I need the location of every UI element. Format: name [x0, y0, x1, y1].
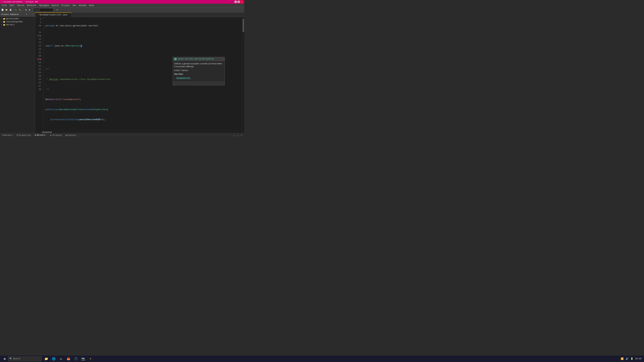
code-line-17: private static final long serialVersionU…	[45, 118, 242, 121]
tree-label: reallybigindex	[6, 21, 23, 23]
sidebar-header: Project Explorer ▼ ⋮ ×	[0, 12, 35, 16]
tab-close-button[interactable]: ×	[68, 14, 69, 16]
scrollbar-thumb[interactable]	[243, 19, 244, 32]
javadoc-popup: C javax.servlet.ServletException Defines…	[173, 57, 225, 85]
minimize-panel-button[interactable]: —	[233, 134, 236, 137]
run-button[interactable]: ▶	[14, 8, 18, 12]
menu-search[interactable]: Search	[50, 4, 60, 7]
servers-icon: ⚙	[35, 134, 36, 136]
tab-terminal[interactable]: ▶ Terminal	[49, 133, 64, 137]
editor-area: J NovaEmpresaServlet.java × 1 2 3● 11 12…	[35, 12, 244, 133]
menu-window[interactable]: Window	[78, 4, 88, 7]
tree-item-gerenciador[interactable]: ▸ 📁 gerenciador	[0, 17, 35, 20]
menu-file[interactable]: File	[1, 4, 8, 7]
tree-arrow: ▸	[1, 24, 2, 26]
new-button[interactable]: 📄	[1, 8, 4, 12]
line-num-28: 28	[35, 88, 42, 91]
sidebar-title: Project Explorer	[1, 13, 19, 15]
servers-label: Servers	[36, 134, 45, 136]
line-numbers: 1 2 3● 11 12● 13 14 15 16 17 18 19◀ 20 2…	[35, 17, 44, 131]
close-button[interactable]: ×	[240, 1, 243, 3]
line-num-15: 15	[35, 44, 42, 48]
toolbar-sep-3	[32, 8, 32, 11]
restore-button[interactable]: □	[238, 1, 240, 3]
properties-icon: ☰	[16, 134, 18, 137]
tree-label: gerenciador	[6, 17, 19, 20]
title-bar-text: eclipse-workspace - Eclipse IDE	[4, 1, 38, 3]
markers-icon: ⚑	[2, 134, 4, 137]
sidebar-header-buttons: ▼ ⋮ ×	[25, 13, 34, 16]
save-button[interactable]: 💾	[9, 8, 12, 12]
tab-markers[interactable]: ⚑ Markers	[1, 133, 14, 137]
popup-author-name: Various	[181, 69, 188, 71]
tab-bar: J NovaEmpresaServlet.java ×	[35, 12, 244, 17]
sidebar-close-button[interactable]: ×	[31, 13, 34, 16]
line-num-12: 12●	[35, 34, 42, 37]
popup-description: Defines a general exception a servlet ca…	[174, 62, 223, 68]
popup-title: javax.servlet.ServletException	[178, 58, 214, 60]
tree-item-servers[interactable]: ▸ 📁 Servers	[0, 23, 35, 26]
code-line-2	[45, 34, 242, 37]
menu-refactor[interactable]: Refactor	[26, 4, 38, 7]
bottom-panel-controls: — □ ×	[233, 134, 244, 137]
menu-source[interactable]: Source	[16, 4, 26, 7]
tree-item-reallybigindex[interactable]: ▸ 📁 reallybigindex	[0, 20, 35, 23]
forward-button[interactable]: ▶	[28, 8, 32, 12]
code-line-14: */	[45, 88, 242, 91]
vertical-scrollbar[interactable]	[242, 17, 244, 131]
search-input[interactable]	[33, 8, 54, 11]
menu-help[interactable]: Help	[88, 4, 95, 7]
tab-properties[interactable]: ☰ Properties	[15, 133, 33, 137]
menu-navigate[interactable]: Navigate	[38, 4, 50, 7]
line-num-23: 23	[35, 71, 42, 74]
toolbar-sep-2	[23, 8, 23, 11]
popup-link-line: Serialized Form	[174, 77, 223, 79]
close-panel-button[interactable]: ×	[240, 134, 243, 137]
popup-author-line: Author: Various	[174, 69, 223, 72]
back-button[interactable]: ◀	[24, 8, 28, 12]
code-line-15: @WebServlet("/novaEmpresa")	[45, 98, 242, 101]
tree-arrow: ▸	[1, 18, 2, 20]
line-num-24: 24	[35, 74, 42, 78]
horizontal-scrollbar[interactable]	[35, 131, 244, 133]
menu-edit[interactable]: Edit	[8, 4, 16, 7]
tab-filename: NovaEmpresaServlet.java	[40, 14, 68, 16]
line-num-13: 13	[35, 37, 42, 41]
title-bar-left: ☀ eclipse-workspace - Eclipse IDE	[1, 0, 38, 3]
line-num-2: 2	[35, 21, 42, 24]
line-num-20: 20	[35, 61, 42, 64]
popup-see-also-line: See Also:	[174, 73, 223, 76]
open-button[interactable]: 📂	[5, 8, 8, 12]
popup-footer	[173, 82, 224, 85]
line-num-26: 26	[35, 81, 42, 84]
tab-servers[interactable]: ⚙ Servers ×	[33, 133, 48, 137]
toolbar-sep-4	[54, 8, 54, 11]
menu-project[interactable]: Project	[60, 4, 71, 7]
line-num-14: 14	[35, 41, 42, 44]
console-icon: ▤	[66, 134, 67, 137]
line-num-22: 22	[35, 68, 42, 71]
toolbar-sep-1	[13, 8, 14, 11]
title-bar: ☀ eclipse-workspace - Eclipse IDE ─ □ ×	[0, 0, 244, 4]
code-line-16: public class NovaEmpresaServlet extends …	[45, 108, 242, 111]
debug-button[interactable]: 🐛	[18, 8, 22, 12]
servers-tab-close[interactable]: ×	[46, 134, 46, 136]
properties-label: Properties	[19, 134, 31, 137]
horizontal-scrollbar-thumb[interactable]	[42, 132, 52, 133]
line-num-1: 1	[35, 17, 42, 21]
editor-tab-active[interactable]: J NovaEmpresaServlet.java ×	[35, 12, 72, 17]
terminal-icon: ▶	[50, 134, 52, 137]
folder-icon: 📁	[3, 24, 5, 26]
sidebar-menu-button[interactable]: ⋮	[28, 13, 31, 16]
tab-java-icon: J	[38, 14, 38, 16]
sidebar-collapse-button[interactable]: ▼	[25, 13, 28, 16]
tab-console[interactable]: ▤ Console	[64, 133, 78, 137]
toolbar: 📄 📂 💾 ▶ 🐛 ◀ ▶ ⊞	[0, 7, 244, 12]
minimize-button[interactable]: ─	[234, 1, 237, 3]
perspective-button[interactable]: ⊞	[55, 8, 59, 12]
serialized-form-link[interactable]: Serialized Form	[176, 77, 190, 79]
menu-run[interactable]: Run	[72, 4, 78, 7]
maximize-panel-button[interactable]: □	[236, 134, 240, 137]
popup-see-also-label: See Also:	[174, 73, 183, 75]
line-num-21: 21	[35, 64, 42, 68]
